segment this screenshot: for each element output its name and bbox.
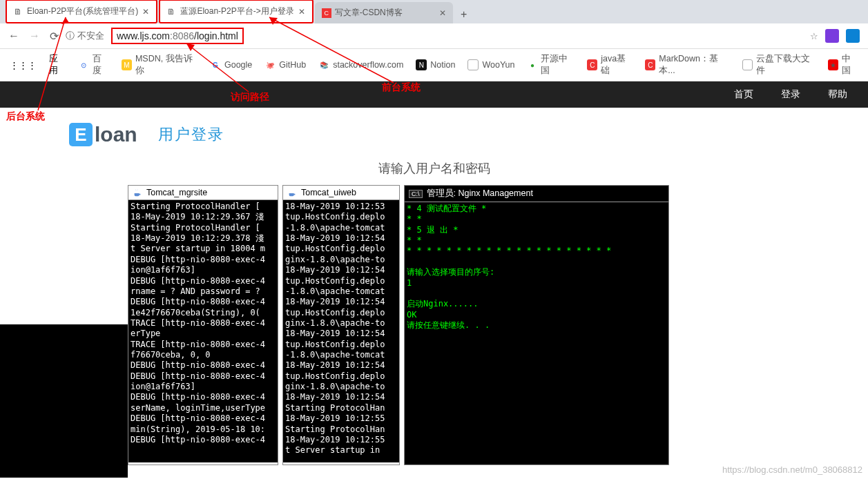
java-icon	[287, 188, 297, 197]
back-icon[interactable]: ←	[8, 30, 19, 43]
bookmark-markdown[interactable]: CMarkDown：基本...	[645, 53, 730, 77]
annotation-front: 前台系统	[382, 81, 421, 94]
site-header: 首页 登录 帮助	[0, 81, 868, 108]
apps-label[interactable]: 应用	[49, 53, 66, 77]
file-icon: 🗎	[167, 7, 177, 17]
tab-label: 蓝源Eloan-P2P平台->用户登录	[180, 6, 293, 17]
extension-icon[interactable]	[825, 29, 839, 43]
black-strip	[0, 324, 128, 478]
terminal-output: * 4 测试配置文件 * * * * 5 退 出 * * * * * * * *…	[405, 202, 668, 465]
nav-help[interactable]: 帮助	[828, 88, 847, 101]
bookmark-github[interactable]: 🐙GitHub	[264, 59, 306, 70]
terminal-title: Tomcat_mgrsite	[146, 188, 207, 197]
address-bar: ← → ⟳ ⓘ 不安全 www.ljs.com:8086/login.html …	[0, 23, 868, 49]
csdn-icon: C	[322, 8, 331, 18]
url-input[interactable]: www.ljs.com:8086/login.html	[111, 28, 244, 44]
brand-row: Eloan 用户登录	[0, 108, 868, 162]
nav-login[interactable]: 登录	[781, 88, 800, 101]
security-warning[interactable]: ⓘ 不安全	[66, 30, 104, 42]
bookmark-notion[interactable]: NNotion	[416, 59, 455, 70]
tab-label: Eloan-P2P平台(系统管理平台)	[27, 6, 138, 17]
close-icon[interactable]: ✕	[439, 8, 446, 18]
bookmark-china[interactable]: ★中国	[828, 53, 858, 77]
annotation-path: 访问路径	[231, 91, 269, 104]
bookmark-baidu[interactable]: ⊙百度	[79, 53, 109, 77]
tab-eloan-mgr[interactable]: 🗎 Eloan-P2P平台(系统管理平台) ✕	[6, 0, 157, 23]
info-icon: ⓘ	[66, 30, 75, 42]
bookmark-cloud[interactable]: 云盘下载大文件	[742, 53, 816, 77]
nav-home[interactable]: 首页	[734, 88, 753, 101]
bookmark-msdn[interactable]: MMSDN, 我告诉你	[122, 53, 197, 77]
bookmarks-bar: ⋮⋮⋮ 应用 ⊙百度 MMSDN, 我告诉你 GGoogle 🐙GitHub 📚…	[0, 49, 868, 81]
terminal-group: Tomcat_mgrsite Starting ProtocolHandler …	[128, 185, 669, 465]
reload-icon[interactable]: ⟳	[50, 30, 59, 43]
bookmark-google[interactable]: GGoogle	[210, 59, 252, 70]
java-icon	[133, 188, 142, 197]
bookmark-oschina[interactable]: ●开源中国	[527, 53, 575, 77]
extension-icon[interactable]	[846, 29, 860, 43]
close-icon[interactable]: ✕	[142, 7, 149, 17]
terminal-title: 管理员: Nginx Management	[427, 188, 533, 199]
cmd-icon: C:\	[409, 190, 423, 198]
annotation-back: 后台系统	[6, 110, 45, 123]
terminal-output: 18-May-2019 10:12:53 tup.HostConfig.depl…	[283, 200, 399, 462]
new-tab-button[interactable]: +	[454, 8, 474, 23]
tab-csdn[interactable]: C 写文章-CSDN博客 ✕	[315, 2, 453, 23]
terminal-tomcat-mgr[interactable]: Tomcat_mgrsite Starting ProtocolHandler …	[128, 185, 278, 465]
watermark: https://blog.csdn.net/m0_38068812	[722, 465, 862, 475]
terminal-nginx[interactable]: C:\管理员: Nginx Management * 4 测试配置文件 * * …	[404, 185, 669, 465]
eloan-logo: Eloan	[69, 123, 137, 146]
browser-tabs: 🗎 Eloan-P2P平台(系统管理平台) ✕ 🗎 蓝源Eloan-P2P平台-…	[0, 0, 868, 23]
tab-eloan-login[interactable]: 🗎 蓝源Eloan-P2P平台->用户登录 ✕	[159, 0, 313, 23]
tab-label: 写文章-CSDN博客	[335, 7, 403, 19]
apps-icon[interactable]: ⋮⋮⋮	[10, 60, 37, 70]
terminal-output: Starting ProtocolHandler [ 18-May-2019 1…	[128, 200, 278, 462]
forward-icon[interactable]: →	[29, 30, 40, 43]
bookmark-stackoverflow[interactable]: 📚stackoverflow.com	[318, 59, 403, 70]
login-prompt: 请输入用户名和密码	[0, 160, 868, 177]
bookmark-wooyun[interactable]: WooYun	[467, 59, 514, 70]
page-title: 用户登录	[158, 124, 224, 145]
terminal-title: Tomcat_uiweb	[301, 188, 356, 197]
file-icon: 🗎	[14, 7, 23, 17]
close-icon[interactable]: ✕	[298, 7, 305, 17]
bookmark-star-icon[interactable]: ☆	[810, 31, 818, 41]
bookmark-java[interactable]: Cjava基础	[587, 53, 633, 77]
terminal-tomcat-ui[interactable]: Tomcat_uiweb 18-May-2019 10:12:53 tup.Ho…	[282, 185, 400, 465]
